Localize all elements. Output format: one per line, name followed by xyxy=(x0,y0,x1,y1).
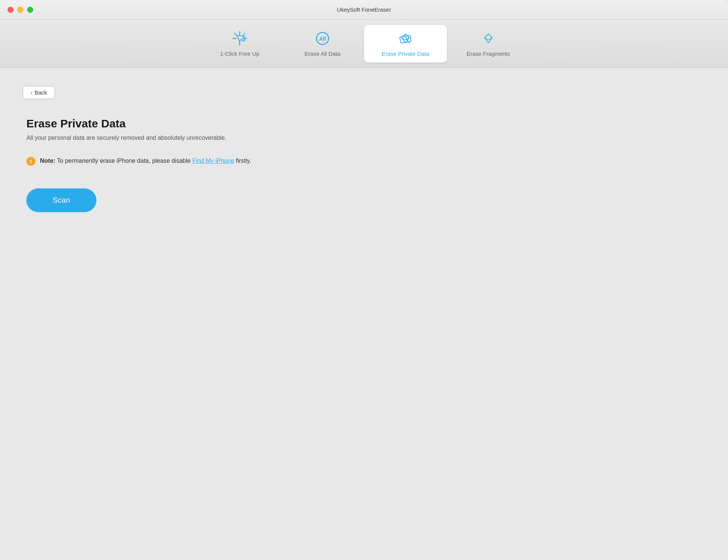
tab-one-click-free-up[interactable]: 1-Click Free Up xyxy=(198,25,281,63)
note-prefix: Note: xyxy=(40,158,55,164)
one-click-icon xyxy=(231,30,248,47)
find-my-iphone-link[interactable]: Find My iPhone xyxy=(192,158,234,164)
maximize-button[interactable] xyxy=(27,7,33,13)
erase-fragments-icon xyxy=(480,30,497,47)
window-title: UkeySoft FoneEraser xyxy=(337,6,391,13)
tab-erase-all-label: Erase All Data xyxy=(304,50,340,57)
tab-erase-fragments-label: Erase Fragments xyxy=(466,50,510,57)
svg-line-5 xyxy=(243,33,245,35)
svg-line-4 xyxy=(234,33,236,35)
back-arrow-icon: ‹ xyxy=(31,90,32,96)
tabbar: 1-Click Free Up All Erase All Data Erase… xyxy=(0,20,728,68)
note-suffix: firstly. xyxy=(234,158,251,164)
note-text: Note: To permanently erase iPhone data, … xyxy=(40,156,251,165)
erase-private-icon xyxy=(397,30,414,47)
app-window: UkeySoft FoneEraser 1-Click Free Up xyxy=(0,0,728,560)
tab-erase-private-label: Erase Private Data xyxy=(382,50,429,57)
tab-erase-all-data[interactable]: All Erase All Data xyxy=(281,25,364,63)
scan-button[interactable]: Scan xyxy=(26,188,96,212)
back-button-label: Back xyxy=(35,89,47,96)
section-title: Erase Private Data xyxy=(26,117,705,130)
content-section: Erase Private Data All your personal dat… xyxy=(23,117,705,212)
section-subtitle: All your personal data are securely remo… xyxy=(26,135,705,141)
erase-all-icon: All xyxy=(314,30,331,47)
main-content: ‹ Back Erase Private Data All your perso… xyxy=(0,68,728,560)
tab-erase-fragments[interactable]: Erase Fragments xyxy=(447,25,530,63)
warning-icon xyxy=(26,157,35,166)
svg-text:All: All xyxy=(319,36,326,42)
back-button[interactable]: ‹ Back xyxy=(23,86,55,99)
minimize-button[interactable] xyxy=(17,7,23,13)
note-row: Note: To permanently erase iPhone data, … xyxy=(26,156,705,166)
svg-rect-8 xyxy=(400,35,411,43)
titlebar: UkeySoft FoneEraser xyxy=(0,0,728,20)
close-button[interactable] xyxy=(8,7,14,13)
note-body: To permanently erase iPhone data, please… xyxy=(55,158,193,164)
tab-one-click-label: 1-Click Free Up xyxy=(220,50,259,57)
tab-erase-private-data[interactable]: Erase Private Data xyxy=(364,25,447,63)
traffic-lights xyxy=(8,7,33,13)
